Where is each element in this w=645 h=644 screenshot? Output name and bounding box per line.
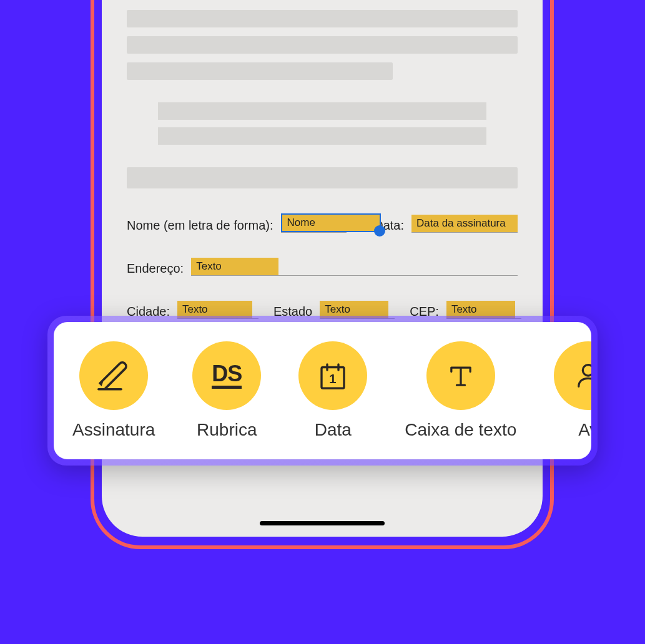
row-address: Endereço: Texto <box>127 258 518 276</box>
placeholder-line <box>127 10 518 27</box>
placeholder-line <box>158 127 486 145</box>
svg-text:1: 1 <box>330 372 337 386</box>
document-area: Nome (em letra de forma): Nome Data: Dat… <box>102 0 543 361</box>
resize-handle-icon[interactable] <box>374 225 385 237</box>
text-icon <box>426 341 495 410</box>
city-tag-text: Texto <box>182 303 208 316</box>
cep-tag-text: Texto <box>451 303 477 316</box>
placeholder-line <box>158 102 486 120</box>
field-toolbar-panel: Assinatura DS Rubrica 1 Data <box>47 316 598 466</box>
initials-icon: DS <box>192 341 261 410</box>
tool-date[interactable]: 1 Data <box>298 341 367 440</box>
address-label: Endereço: <box>127 261 184 276</box>
svg-point-5 <box>583 365 591 376</box>
tool-initials[interactable]: DS Rubrica <box>192 341 261 440</box>
date-tag[interactable]: Data da assinatura <box>411 215 518 232</box>
name-tag[interactable]: Nome <box>281 213 381 232</box>
person-icon <box>554 341 591 410</box>
tool-label: Rubrica <box>197 420 257 440</box>
name-tag-text: Nome <box>287 217 315 229</box>
tool-signature[interactable]: Assinatura <box>72 341 155 440</box>
name-label: Nome (em letra de forma): <box>127 218 273 233</box>
address-tag-text: Texto <box>196 260 222 273</box>
state-tag-text: Texto <box>325 303 350 316</box>
tool-label: Data <box>315 420 352 440</box>
placeholder-line <box>127 36 518 54</box>
calendar-icon: 1 <box>298 341 367 410</box>
address-tag[interactable]: Texto <box>191 258 278 275</box>
tool-label: Caixa de texto <box>405 420 516 440</box>
tool-label: Av <box>578 420 591 440</box>
field-toolbar[interactable]: Assinatura DS Rubrica 1 Data <box>54 322 591 459</box>
tool-approve[interactable]: Av <box>554 341 591 440</box>
placeholder-block <box>158 102 486 145</box>
address-field[interactable]: Texto <box>191 258 518 276</box>
name-field[interactable]: Nome <box>281 213 347 233</box>
row-name-date: Nome (em letra de forma): Nome Data: Dat… <box>127 213 518 233</box>
tool-label: Assinatura <box>72 420 155 440</box>
home-indicator <box>260 521 385 525</box>
placeholder-line <box>127 62 393 80</box>
date-tag-text: Data da assinatura <box>416 217 506 230</box>
placeholder-line <box>127 167 518 188</box>
tool-textbox[interactable]: Caixa de texto <box>405 341 516 440</box>
date-field[interactable]: Data da assinatura <box>411 215 518 233</box>
pen-icon <box>79 341 148 410</box>
